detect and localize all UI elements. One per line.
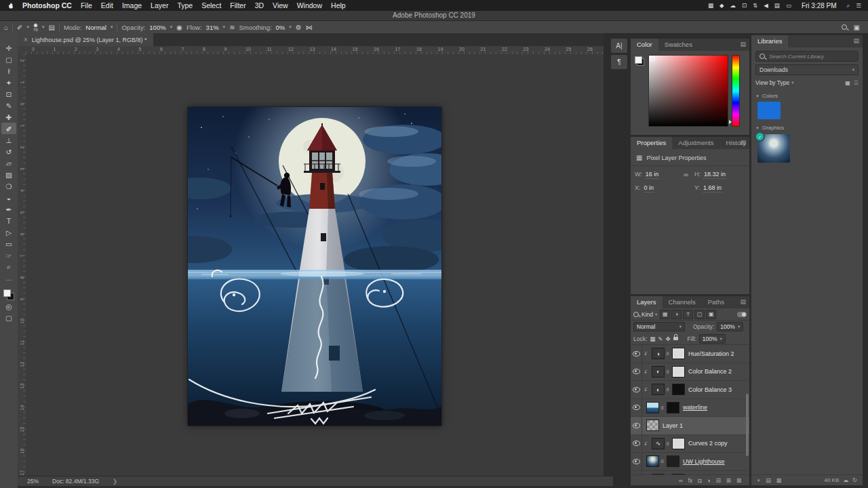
layer-name[interactable]: Color Balance 2 — [688, 368, 732, 375]
foreground-color-swatch[interactable] — [635, 56, 642, 64]
gradient-tool[interactable]: ▨ — [1, 169, 16, 180]
spotlight-icon[interactable]: ⌕ — [847, 2, 850, 9]
apps-status-icon[interactable]: ▦ — [708, 2, 713, 9]
layer-name[interactable]: waterline — [683, 404, 707, 411]
brush-tool[interactable]: ✐ — [1, 123, 16, 134]
new-layer-icon[interactable]: ⊞ — [726, 477, 731, 484]
menu-file[interactable]: File — [81, 1, 92, 9]
hue-slider[interactable] — [732, 55, 740, 127]
chevron-down-icon[interactable]: ▾ — [42, 24, 45, 30]
layer-row-waterline[interactable]: 8waterline — [631, 399, 749, 418]
layer-mask-thumbnail[interactable] — [672, 348, 685, 359]
layer-thumbnail[interactable]: ◑ — [652, 348, 665, 359]
layer-row-layer-1[interactable]: Layer 1 — [631, 417, 749, 435]
sync-status-icon[interactable]: ⇅ — [753, 2, 757, 9]
layer-mask-thumbnail[interactable] — [672, 384, 685, 395]
airbrush-icon[interactable]: ≋ — [229, 24, 235, 31]
filter-type-layers-icon[interactable]: T — [683, 310, 693, 319]
chevron-down-icon[interactable]: ▾ — [289, 24, 292, 30]
search-icon[interactable] — [842, 24, 847, 30]
menu-select[interactable]: Select — [201, 1, 221, 9]
layer-mask-thumbnail[interactable] — [672, 366, 685, 378]
layer-thumbnail[interactable] — [646, 420, 659, 431]
menu-window[interactable]: Window — [297, 1, 322, 9]
layer-name[interactable]: Hue/Saturation 2 — [688, 350, 734, 357]
layer-thumbnail[interactable]: ◐ — [652, 366, 665, 378]
layer-visibility-toggle[interactable] — [631, 453, 642, 470]
dropbox-status-icon[interactable]: ◆ — [719, 2, 724, 9]
layer-row-color-balance-3[interactable]: ↴◐8Color Balance 3 — [631, 381, 749, 399]
link-layers-icon[interactable]: ∞ — [679, 477, 683, 484]
menu-3d[interactable]: 3D — [255, 1, 264, 9]
tab-adjustments[interactable]: Adjustments — [672, 137, 719, 149]
add-group-icon[interactable]: ⊟ — [766, 477, 771, 484]
battery-status-icon[interactable]: ▭ — [786, 2, 791, 9]
canvas-area[interactable] — [26, 54, 604, 476]
brush-preset-picker[interactable]: 70 — [33, 23, 38, 32]
layer-thumbnail[interactable]: ◐ — [652, 384, 665, 395]
filter-kind-select[interactable]: Kind ▾ — [642, 311, 657, 318]
view-by-type-select[interactable]: View by Type — [755, 79, 789, 86]
lock-all-icon[interactable] — [673, 337, 678, 340]
filter-adjustment-layers-icon[interactable]: ◑ — [671, 310, 682, 319]
foreground-color-swatch[interactable] — [3, 289, 11, 297]
display-status-icon[interactable]: ⊡ — [742, 2, 747, 9]
blend-mode-select[interactable]: Normal ▾ — [633, 322, 685, 331]
tab-libraries[interactable]: Libraries — [751, 35, 788, 47]
chevron-down-icon[interactable]: ▾ — [26, 24, 29, 30]
filter-pixel-layers-icon[interactable]: ▦ — [660, 310, 670, 319]
height-value[interactable]: 18.32 in — [703, 171, 726, 179]
colors-section-header[interactable]: ▼ Colors — [755, 93, 859, 99]
chevron-down-icon[interactable]: ▾ — [170, 24, 173, 30]
delete-item-icon[interactable]: ⊠ — [776, 477, 782, 484]
path-selection-tool[interactable]: ▷ — [1, 226, 16, 238]
layer-visibility-toggle[interactable] — [631, 381, 642, 399]
zoom-level[interactable]: 25% — [27, 478, 39, 485]
layer-visibility-toggle[interactable] — [631, 417, 642, 434]
brush-settings-panel-icon[interactable]: ▤ — [48, 24, 54, 31]
layer-opacity-select[interactable]: 100% ▾ — [717, 322, 743, 331]
graphics-section-header[interactable]: ▼ Graphics — [755, 125, 859, 131]
delete-layer-icon[interactable]: ⊠ — [736, 477, 741, 484]
saturation-brightness-picker[interactable] — [648, 55, 728, 127]
screen-mode-button[interactable]: ▢ — [1, 312, 16, 323]
paragraph-panel-icon[interactable]: ¶ — [611, 55, 627, 69]
status-options-chevron[interactable]: ❯ — [113, 478, 117, 485]
tab-history[interactable]: History — [720, 137, 753, 149]
panel-menu-icon[interactable]: ▤ — [740, 298, 746, 305]
tab-paths[interactable]: Paths — [702, 296, 730, 308]
x-value[interactable]: 0 in — [644, 184, 655, 192]
tab-channels[interactable]: Channels — [663, 296, 702, 308]
layer-mask-thumbnail[interactable] — [667, 455, 679, 467]
crop-tool[interactable]: ⊡ — [1, 88, 16, 100]
flow-value[interactable]: 31% — [206, 24, 219, 31]
quick-mask-button[interactable]: ◎ — [1, 300, 16, 312]
list-view-icon[interactable]: ☰ — [854, 80, 859, 86]
workspace-switcher-icon[interactable]: ▣ — [854, 24, 860, 31]
spot-healing-tool[interactable]: ✚ — [1, 111, 16, 123]
filter-smart-objects-icon[interactable]: ▣ — [706, 310, 716, 319]
mode-select[interactable]: Normal — [85, 24, 106, 31]
move-tool[interactable]: ✛ — [1, 42, 16, 54]
tab-layers[interactable]: Layers — [631, 296, 663, 308]
color-panel-fgbg-swatches[interactable] — [635, 56, 644, 66]
blur-tool[interactable]: ❍ — [1, 180, 16, 192]
layer-thumbnail[interactable]: ∿ — [652, 438, 665, 449]
add-content-icon[interactable]: + — [757, 477, 760, 484]
pen-tool[interactable]: ✒ — [1, 203, 16, 215]
library-color-swatch[interactable] — [757, 102, 781, 119]
library-graphic-item[interactable]: ✓ — [757, 134, 790, 163]
lighthouse-artwork[interactable] — [188, 107, 441, 426]
hue-slider-marker[interactable] — [729, 120, 732, 124]
chevron-down-icon[interactable]: ▾ — [111, 24, 113, 30]
layer-name[interactable]: Curves 2 copy — [688, 440, 728, 447]
layer-visibility-toggle[interactable] — [631, 345, 642, 363]
tab-color[interactable]: Color — [631, 39, 658, 51]
layer-row-hue-saturation-2[interactable]: ↴◑8Hue/Saturation 2 — [631, 345, 749, 363]
layers-scrollbar[interactable] — [746, 394, 749, 456]
history-brush-tool[interactable]: ↺ — [1, 146, 16, 157]
layer-name[interactable]: UW Lighthouse — [683, 458, 725, 465]
menu-filter[interactable]: Filter — [230, 1, 245, 9]
new-adjustment-layer-icon[interactable]: ◑ — [707, 477, 710, 484]
panel-menu-icon[interactable]: ▤ — [740, 139, 746, 146]
